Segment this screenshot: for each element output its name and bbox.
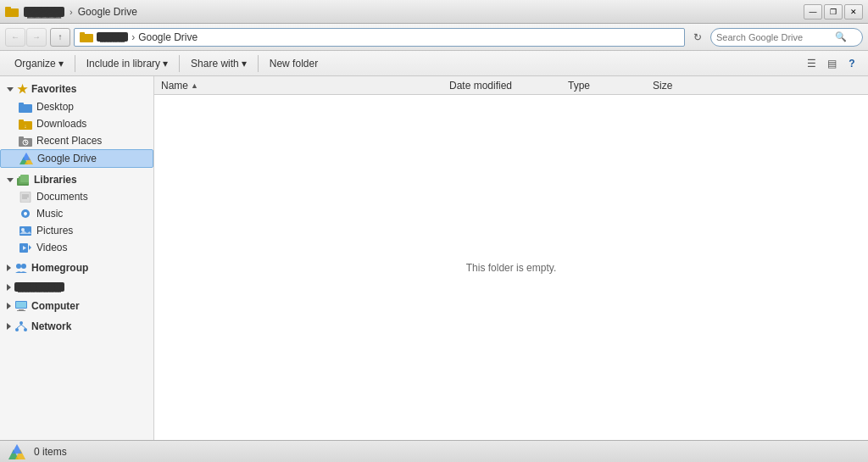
sidebar-group-user[interactable]: ▓▓▓▓▓▓▓ <box>0 280 153 294</box>
svg-rect-38 <box>16 302 26 308</box>
content-area: Name ▲ Date modified Type Size This fold… <box>154 76 868 440</box>
music-icon: ♪ <box>19 209 32 220</box>
help-button[interactable]: ? <box>843 54 861 73</box>
sidebar-item-documents[interactable]: Documents <box>0 188 153 205</box>
search-input[interactable] <box>716 32 835 42</box>
col-modified-header[interactable]: Date modified <box>449 80 568 92</box>
include-dropdown-arrow: ▾ <box>163 58 168 70</box>
sidebar-section-homegroup: Homegroup <box>0 259 153 276</box>
column-header: Name ▲ Date modified Type Size <box>154 76 868 95</box>
sidebar-section-network: Network <box>0 318 153 335</box>
sidebar-section-computer: Computer <box>0 298 153 314</box>
svg-line-44 <box>17 325 21 328</box>
path-separator: › <box>131 31 135 43</box>
videos-icon <box>19 242 32 253</box>
title-bar-left: ▓▓▓▓▓ › Google Drive <box>5 6 137 18</box>
status-gdrive-icon <box>8 444 25 459</box>
svg-rect-3 <box>80 32 85 35</box>
sidebar-group-libraries[interactable]: Libraries <box>0 171 153 188</box>
sidebar-item-videos[interactable]: Videos <box>0 239 153 256</box>
view-list-button[interactable]: ☰ <box>802 54 821 73</box>
svg-rect-4 <box>19 104 32 113</box>
col-size-header[interactable]: Size <box>653 80 721 92</box>
svg-marker-49 <box>12 444 22 454</box>
sidebar-item-google-drive[interactable]: Google Drive <box>0 149 153 168</box>
window-icon <box>5 6 19 17</box>
content-body: This folder is empty. <box>154 95 868 440</box>
nav-buttons: ← → <box>5 28 47 47</box>
svg-point-36 <box>21 264 26 269</box>
svg-line-45 <box>21 325 25 328</box>
up-button[interactable]: ↑ <box>50 28 70 47</box>
svg-point-41 <box>19 321 23 325</box>
include-in-library-button[interactable]: Include in library ▾ <box>79 54 175 73</box>
svg-rect-0 <box>5 8 19 17</box>
svg-marker-17 <box>22 153 31 160</box>
empty-folder-message: This folder is empty. <box>466 262 556 274</box>
sidebar-section-libraries: Libraries Documents ♪ <box>0 171 153 256</box>
svg-rect-2 <box>80 34 93 42</box>
main-area: ★ Favorites Desktop ↓ Downloads <box>0 76 868 440</box>
desktop-folder-icon <box>19 102 32 113</box>
network-icon <box>14 320 28 332</box>
sidebar-item-pictures[interactable]: Pictures <box>0 222 153 239</box>
libraries-collapse-icon <box>7 178 14 182</box>
svg-point-42 <box>15 328 19 331</box>
toolbar-separator-2 <box>179 55 180 72</box>
sidebar-item-music[interactable]: ♪ Music <box>0 205 153 222</box>
svg-text:↓: ↓ <box>24 123 27 129</box>
status-bar: 0 items <box>0 440 868 462</box>
maximize-button[interactable]: ❐ <box>824 4 843 19</box>
recent-places-icon <box>19 136 32 147</box>
search-box[interactable]: 🔍 <box>710 28 863 47</box>
user-avatar: ▓▓▓▓▓▓▓ <box>14 282 64 292</box>
svg-rect-10 <box>19 136 24 139</box>
minimize-button[interactable]: — <box>804 4 822 19</box>
pictures-icon <box>19 225 32 237</box>
sidebar-group-homegroup[interactable]: Homegroup <box>0 259 153 276</box>
sidebar: ★ Favorites Desktop ↓ Downloads <box>0 76 154 440</box>
search-icon[interactable]: 🔍 <box>835 31 847 42</box>
toolbar-separator-1 <box>75 55 75 72</box>
computer-icon <box>14 300 28 312</box>
back-button[interactable]: ← <box>5 28 25 47</box>
path-current: Google Drive <box>138 31 198 43</box>
window-controls: — ❐ ✕ <box>804 4 863 19</box>
sidebar-item-desktop[interactable]: Desktop <box>0 98 153 115</box>
share-with-button[interactable]: Share with ▾ <box>183 54 254 73</box>
status-item-count: 0 items <box>34 446 67 458</box>
documents-icon <box>19 192 32 203</box>
forward-button[interactable]: → <box>26 28 47 47</box>
favorites-star-icon: ★ <box>17 82 28 96</box>
organize-button[interactable]: Organize ▾ <box>7 54 71 73</box>
svg-rect-1 <box>5 7 11 9</box>
toolbar-right: ☰ ▤ ? <box>802 54 861 73</box>
homegroup-collapse-icon <box>7 264 11 271</box>
network-collapse-icon <box>7 323 11 330</box>
svg-rect-29 <box>19 226 31 236</box>
close-button[interactable]: ✕ <box>844 4 863 19</box>
downloads-folder-icon: ↓ <box>19 119 32 130</box>
col-name-header[interactable]: Name ▲ <box>161 80 449 92</box>
svg-point-43 <box>24 328 27 331</box>
svg-rect-40 <box>17 310 25 311</box>
col-type-header[interactable]: Type <box>568 80 653 92</box>
path-blurred: ▓▓▓▓ <box>97 32 128 42</box>
sidebar-item-recent-places[interactable]: Recent Places <box>0 132 153 149</box>
path-folder-icon <box>80 31 93 42</box>
svg-rect-5 <box>19 103 24 105</box>
sidebar-group-favorites[interactable]: ★ Favorites <box>0 80 153 98</box>
sidebar-item-downloads[interactable]: ↓ Downloads <box>0 115 153 132</box>
svg-point-35 <box>16 264 21 269</box>
refresh-button[interactable]: ↻ <box>688 28 707 47</box>
title-bar: ▓▓▓▓▓ › Google Drive — ❐ ✕ <box>0 0 868 24</box>
breadcrumb-blurred: ▓▓▓▓▓ <box>24 7 64 17</box>
address-path-box[interactable]: ▓▓▓▓ › Google Drive <box>74 28 685 47</box>
new-folder-button[interactable]: New folder <box>262 54 326 73</box>
breadcrumb-current: Google Drive <box>78 6 137 18</box>
computer-collapse-icon <box>7 303 11 309</box>
sidebar-group-network[interactable]: Network <box>0 318 153 335</box>
share-dropdown-arrow: ▾ <box>242 58 247 70</box>
sidebar-group-computer[interactable]: Computer <box>0 298 153 314</box>
view-panel-button[interactable]: ▤ <box>822 54 841 73</box>
